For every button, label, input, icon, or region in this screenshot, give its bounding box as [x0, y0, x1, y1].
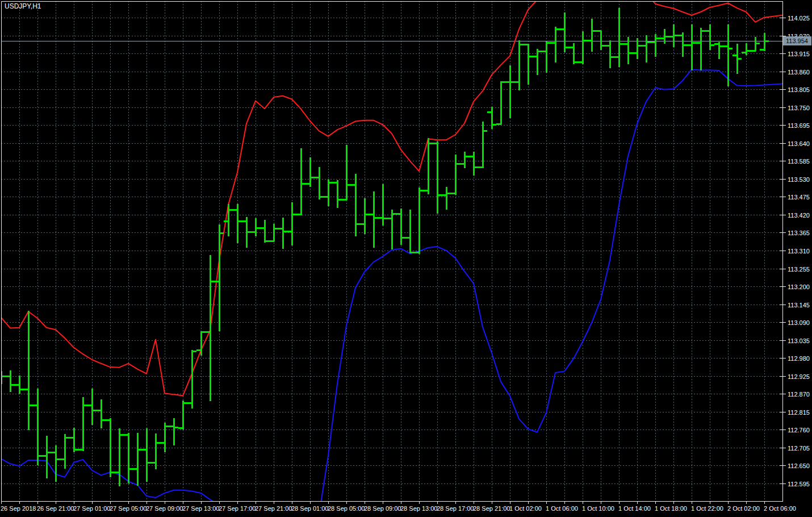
open-tick: [278, 228, 283, 230]
open-tick: [733, 55, 738, 56]
close-tick: [228, 209, 233, 211]
close-tick: [609, 56, 614, 58]
open-tick: [196, 349, 202, 351]
open-tick: [723, 45, 729, 47]
current-price-tag: 113.954: [783, 36, 811, 45]
open-tick: [760, 49, 765, 51]
close-tick: [627, 52, 633, 54]
price-axis-label: 113.090: [788, 319, 810, 326]
chart-title: USDJPY,H1: [5, 2, 41, 10]
open-tick: [351, 184, 356, 186]
close-tick: [155, 442, 160, 444]
open-tick: [451, 193, 456, 194]
close-tick: [582, 40, 587, 41]
price-axis-label: 112.925: [788, 373, 810, 380]
open-tick: [751, 50, 756, 52]
open-tick: [660, 37, 665, 39]
close-tick: [346, 184, 351, 186]
time-axis-label: 28 Sep 01:00: [291, 505, 328, 512]
open-tick: [369, 214, 374, 215]
open-tick: [396, 213, 401, 215]
close-tick: [555, 28, 560, 30]
time-axis-label: 1 Oct 22:00: [691, 505, 723, 512]
time-axis-label: 28 Sep 05:00: [328, 505, 365, 512]
open-tick: [124, 434, 129, 436]
open-tick: [296, 214, 302, 215]
price-axis-label: 113.695: [788, 122, 810, 129]
close-tick: [409, 252, 415, 253]
close-tick: [428, 143, 433, 144]
close-tick: [755, 43, 760, 44]
close-tick: [400, 237, 405, 239]
close-tick: [28, 405, 33, 406]
open-tick: [424, 190, 429, 191]
close-tick: [91, 410, 97, 411]
close-tick: [600, 45, 605, 47]
time-axis-label: 2 Oct 02:00: [727, 505, 760, 512]
price-axis-label: 113.750: [788, 105, 810, 111]
time-axis-label: 27 Sep 13:00: [182, 505, 219, 512]
open-tick: [469, 156, 474, 157]
close-tick: [137, 449, 142, 451]
open-tick: [496, 123, 501, 125]
close-tick: [655, 37, 660, 39]
time-axis-label: 27 Sep 05:00: [110, 505, 147, 512]
open-tick: [433, 143, 438, 144]
open-tick: [342, 199, 347, 201]
open-tick: [315, 177, 320, 178]
close-tick: [591, 30, 596, 32]
open-tick: [742, 52, 747, 53]
close-tick: [455, 163, 460, 165]
open-tick: [642, 45, 647, 47]
close-tick: [464, 156, 469, 157]
close-tick: [518, 44, 524, 45]
close-tick: [146, 462, 151, 464]
time-axis-label: 28 Sep 13:00: [400, 505, 437, 512]
time-axis-label: 2 Oct 06:00: [764, 505, 796, 512]
close-tick: [219, 232, 224, 234]
close-tick: [382, 218, 387, 219]
close-tick: [119, 434, 124, 436]
open-tick: [696, 42, 701, 44]
close-tick: [355, 223, 360, 225]
open-tick: [460, 163, 465, 165]
open-tick: [542, 51, 547, 52]
close-tick: [700, 30, 705, 32]
open-tick: [33, 405, 38, 406]
open-tick: [51, 452, 56, 453]
close-tick: [373, 217, 378, 219]
open-tick: [69, 437, 74, 439]
open-tick: [242, 220, 247, 222]
open-tick: [305, 183, 311, 185]
open-tick: [287, 231, 292, 232]
mt4-chart-window: USDJPY,H1 114.025113.970113.915113.86011…: [0, 0, 812, 517]
open-tick: [97, 410, 102, 411]
close-tick: [718, 45, 723, 47]
open-tick: [651, 41, 656, 43]
open-tick: [524, 44, 529, 45]
close-tick: [173, 427, 178, 428]
price-axis-label: 113.860: [788, 69, 810, 76]
close-tick: [473, 166, 478, 168]
price-axis-label: 113.640: [788, 140, 810, 147]
open-tick: [705, 30, 710, 32]
open-tick: [24, 389, 29, 390]
close-tick: [764, 40, 769, 42]
close-tick: [309, 177, 315, 178]
close-tick: [682, 44, 687, 46]
close-tick: [418, 190, 424, 191]
open-tick: [178, 427, 183, 429]
open-tick: [605, 45, 610, 47]
open-tick: [614, 56, 620, 58]
close-tick: [500, 81, 505, 83]
open-tick: [260, 227, 265, 229]
chart-canvas[interactable]: 114.025113.970113.915113.860113.805113.7…: [0, 0, 812, 517]
close-tick: [19, 389, 24, 390]
close-tick: [491, 124, 496, 126]
open-tick: [415, 252, 420, 253]
open-tick: [633, 52, 638, 54]
price-axis-label: 112.705: [788, 445, 810, 452]
price-axis-label: 112.650: [788, 462, 810, 469]
open-tick: [478, 166, 483, 168]
close-tick: [64, 437, 69, 439]
